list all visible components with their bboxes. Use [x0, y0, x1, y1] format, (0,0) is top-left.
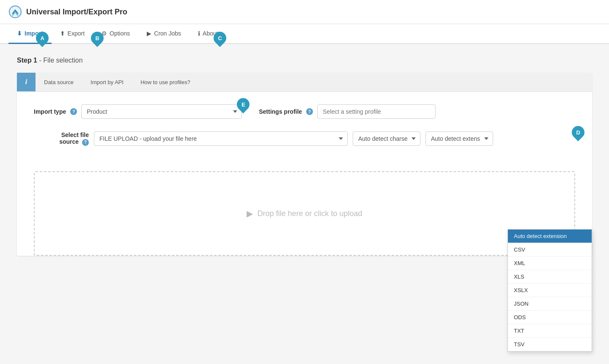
step-label: Step 1 [17, 57, 37, 64]
dropdown-item-csv[interactable]: CSV [508, 243, 592, 257]
tab-cronjobs-label: Cron Jobs [154, 30, 181, 37]
dropdown-item-tsv[interactable]: TSV [508, 338, 592, 351]
file-ext-dropdown: Auto detect extension CSV XML XLS XSLX J… [508, 229, 592, 352]
step-description: - File selection [39, 57, 82, 64]
import-type-group: Import type ? Product Order Customer Cat… [34, 104, 242, 119]
settings-profile-group: Settings profile ? [259, 104, 436, 119]
dropdown-item-xslx[interactable]: XSLX [508, 284, 592, 297]
import-type-help-icon[interactable]: ? [70, 108, 77, 115]
settings-profile-input[interactable] [317, 104, 436, 119]
tab-export-label: Export [68, 30, 85, 37]
about-icon: ℹ [198, 30, 200, 37]
app-header: Universal Import/Export Pro [0, 0, 609, 24]
drop-zone-text: Drop file here or click to upload [257, 209, 362, 218]
form-section: Import type ? Product Order Customer Cat… [17, 92, 592, 171]
dropdown-item-auto[interactable]: Auto detect extension [508, 230, 592, 243]
info-bar-icon: i [17, 73, 36, 91]
file-source-row: Select file source ? FILE UPLOAD - uploa… [34, 131, 575, 146]
dropdown-item-xml[interactable]: XML [508, 257, 592, 270]
import-icon: ⬇ [17, 30, 22, 37]
file-source-label-2: source ? [59, 138, 89, 146]
file-selection-card: i Data source Import by API How to use p… [17, 73, 592, 256]
info-bar-api[interactable]: Import by API [82, 74, 132, 90]
tab-export[interactable]: ⬆ Export [52, 24, 93, 44]
info-bar: i Data source Import by API How to use p… [17, 73, 592, 92]
tab-cronjobs[interactable]: ▶ Cron Jobs [138, 24, 189, 44]
drop-zone-cursor-icon: ▶ [247, 208, 253, 219]
form-row-1: Import type ? Product Order Customer Cat… [34, 104, 575, 119]
app-title: Universal Import/Export Pro [26, 8, 127, 16]
export-icon: ⬆ [60, 30, 65, 37]
info-bar-datasource[interactable]: Data source [36, 74, 82, 90]
drop-zone[interactable]: ▶ Drop file here or click to upload [34, 171, 575, 256]
import-type-select[interactable]: Product Order Customer Category [81, 104, 242, 119]
app-logo [8, 5, 22, 19]
file-source-label: Select file [61, 131, 89, 138]
file-source-help-icon[interactable]: ? [82, 139, 89, 146]
info-bar-profiles[interactable]: How to use profiles? [132, 74, 199, 90]
settings-profile-label: Settings profile [259, 108, 302, 115]
auto-detect-ext-select[interactable]: Auto detect extension CSV XML XLS XSLX J… [425, 131, 493, 146]
file-source-select[interactable]: FILE UPLOAD - upload your file here FTP … [94, 131, 348, 146]
import-type-label: Import type [34, 108, 66, 115]
dropdown-item-xls[interactable]: XLS [508, 270, 592, 284]
main-content: Step 1 - File selection i Data source Im… [0, 44, 609, 357]
tab-options-label: Options [110, 30, 130, 37]
auto-detect-charset-select[interactable]: Auto detect charset UTF-8 ISO-8859-1 [353, 131, 420, 146]
settings-profile-help-icon[interactable]: ? [306, 108, 313, 115]
step-title: Step 1 - File selection [17, 57, 592, 64]
dropdown-item-txt[interactable]: TXT [508, 324, 592, 338]
dropdown-item-json[interactable]: JSON [508, 297, 592, 311]
cronjobs-icon: ▶ [147, 30, 151, 37]
dropdown-item-ods[interactable]: ODS [508, 311, 592, 324]
